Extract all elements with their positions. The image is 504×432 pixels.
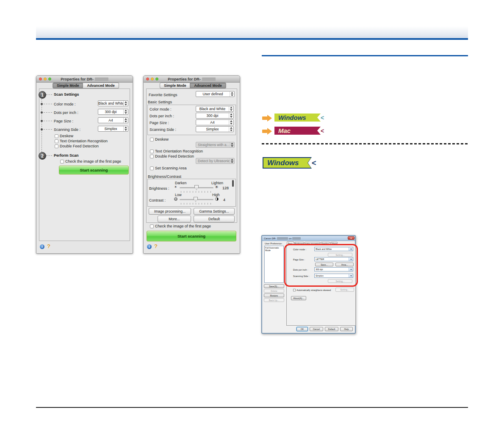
bullet-icon	[41, 111, 43, 114]
step-1-badge: 1	[39, 91, 46, 99]
windows-large-badge: Windows	[263, 157, 316, 169]
info-icon[interactable]: i	[40, 244, 44, 249]
tab-simple-mode[interactable]: Simple Mode	[160, 83, 190, 89]
scroll-indicator[interactable]	[232, 180, 234, 187]
favorite-settings-label: Favorite Settings	[149, 93, 177, 97]
backup-preference-button[interactable]: Back Up...	[264, 298, 284, 302]
darken-label: Darken	[175, 181, 186, 185]
dpi-select[interactable]: 300 dpi	[196, 113, 234, 119]
save-preference-button[interactable]: Save(S)...	[264, 284, 284, 288]
traffic-lights	[146, 78, 158, 80]
slider-ticks	[181, 203, 213, 205]
mode-tabs: Simple Mode Advanced Mode	[160, 83, 226, 89]
delete-preference-button[interactable]: Delete	[264, 289, 284, 293]
ribbon-notch-icon	[312, 159, 316, 167]
image-processing-button[interactable]: Image processing...	[149, 208, 191, 215]
close-button[interactable]: x	[348, 236, 354, 240]
more-button[interactable]: More...	[158, 216, 191, 222]
help-button[interactable]: Help	[340, 327, 353, 331]
window-titlebar[interactable]: Properties for DR-	[144, 76, 240, 83]
preference-listbox[interactable]: Full Automatic Mode	[264, 246, 284, 283]
mac-properties-advanced-window: Properties for DR- Simple Mode Advanced …	[143, 75, 240, 254]
gamma-settings-button[interactable]: Gamma Settings...	[194, 208, 235, 215]
check-first-page-checkbox[interactable]	[60, 160, 64, 163]
stepper-arrows-icon	[230, 91, 234, 97]
checkbox-label: Double Feed Detection	[60, 144, 99, 148]
deskew-checkbox[interactable]	[55, 134, 58, 138]
dpi-select[interactable]: 300 dpi	[98, 109, 128, 115]
mac-badge: Mac	[274, 127, 324, 135]
checkbox-label: Double Feed Detection	[155, 154, 194, 158]
mac-badge-label: Mac	[278, 127, 291, 134]
brightness-value: 128	[222, 186, 229, 190]
set-scanning-area-checkbox[interactable]	[150, 166, 154, 170]
sun-large-icon: ☀	[215, 185, 219, 189]
bullet-icon	[41, 103, 43, 105]
close-button[interactable]	[146, 78, 149, 80]
mac-ribbon: Mac	[274, 127, 321, 135]
redacted-model-name	[202, 78, 216, 81]
redacted-model-name	[277, 237, 288, 240]
default-button[interactable]: Default	[325, 327, 338, 331]
manual-page: Windows Mac Windows Properties for DR-	[0, 0, 504, 432]
redacted-model-name	[95, 78, 108, 81]
connector-dash	[44, 104, 52, 104]
stepper-arrows-icon	[123, 101, 128, 106]
field-label: Scanning Side :	[150, 127, 176, 132]
page-size-select[interactable]: A4	[196, 119, 234, 125]
user-preference-label: User Preference :	[265, 242, 283, 245]
connector-line	[42, 99, 42, 152]
color-mode-select[interactable]: Black and White	[98, 100, 128, 106]
window-title: Properties for DR-	[168, 77, 201, 81]
window-titlebar[interactable]: Properties for DR-	[36, 76, 133, 83]
list-item[interactable]: Full Automatic Mode	[265, 246, 283, 252]
field-label: Page Size :	[54, 119, 73, 123]
start-scanning-button[interactable]: Start scanning	[59, 166, 129, 174]
color-mode-select[interactable]: Black and White	[196, 106, 234, 112]
zoom-button[interactable]	[48, 78, 51, 80]
minimize-button[interactable]	[44, 78, 47, 80]
deskew-checkbox[interactable]	[150, 138, 154, 141]
help-icon[interactable]: ?	[47, 243, 50, 249]
window-titlebar[interactable]: Canon DR- on x	[262, 236, 355, 241]
straighten-setting-button[interactable]: Setting...	[335, 288, 354, 292]
stepper-arrows-icon	[230, 158, 234, 163]
default-button[interactable]: Default	[194, 216, 235, 222]
connector-dash	[44, 129, 52, 130]
about-button[interactable]: About(A)...	[291, 296, 306, 300]
tab-simple-mode[interactable]: Simple Mode	[53, 83, 83, 89]
minimize-button[interactable]	[151, 78, 154, 80]
start-scanning-button[interactable]: Start scanning	[147, 231, 236, 241]
stepper-arrows-icon	[123, 109, 128, 114]
double-feed-checkbox[interactable]	[55, 144, 58, 148]
page-size-select[interactable]: A4	[98, 117, 128, 123]
favorite-settings-select[interactable]: User defined	[196, 91, 235, 97]
ribbon-notch-icon	[321, 128, 324, 134]
double-feed-checkbox[interactable]	[150, 155, 154, 158]
straighten-checkbox[interactable]	[293, 289, 296, 291]
zoom-button[interactable]	[155, 78, 158, 80]
close-button[interactable]	[39, 78, 42, 80]
traffic-lights	[39, 78, 51, 80]
ok-button[interactable]: OK	[296, 327, 308, 331]
section-rule	[262, 55, 468, 56]
scanning-side-select[interactable]: Simplex	[98, 126, 128, 132]
help-icon[interactable]: ?	[154, 243, 158, 249]
text-orientation-checkbox[interactable]	[150, 150, 154, 153]
restore-preference-button[interactable]: Restore	[264, 294, 284, 297]
stepper-arrows-icon	[229, 127, 233, 132]
contrast-label: Contrast :	[149, 198, 166, 202]
stepper-arrows-icon	[229, 106, 233, 111]
cancel-button[interactable]: Cancel	[310, 327, 323, 331]
bullet-icon	[41, 128, 43, 130]
low-label: Low	[175, 193, 182, 197]
text-orientation-checkbox[interactable]	[55, 139, 58, 143]
info-icon[interactable]: i	[147, 244, 152, 249]
footer-rule	[36, 407, 468, 408]
connector-dash	[46, 155, 52, 156]
tab-advanced-mode[interactable]: Advanced Mode	[190, 83, 226, 89]
dashed-divider	[262, 143, 468, 144]
scanning-side-select[interactable]: Simplex	[196, 126, 234, 132]
check-first-page-checkbox[interactable]	[150, 224, 154, 228]
tab-advanced-mode[interactable]: Advanced Mode	[83, 83, 119, 89]
